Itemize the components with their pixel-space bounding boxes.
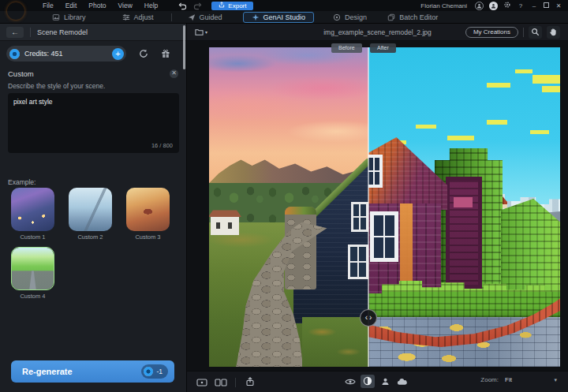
close-custom-icon[interactable]: ✕	[170, 69, 178, 78]
help-icon[interactable]: ?	[517, 2, 525, 9]
open-image-button[interactable]: ▾	[195, 25, 207, 39]
tab-design[interactable]: Design	[333, 13, 367, 21]
tab-design-label: Design	[345, 13, 367, 21]
credits-row: Credits: 451 +	[6, 46, 180, 62]
menu-view[interactable]: View	[118, 2, 133, 9]
tab-batch-editor[interactable]: Batch Editor	[387, 13, 438, 21]
split-circle-icon	[363, 375, 372, 389]
adjust-sliders-icon	[122, 13, 130, 21]
zoom-tool-button[interactable]	[529, 26, 542, 39]
redo-icon[interactable]	[193, 2, 202, 10]
regenerate-button[interactable]: Re-generate -1	[11, 360, 174, 383]
eye-icon	[345, 375, 356, 389]
example-label-1: Custom 1	[11, 233, 54, 241]
back-button[interactable]: ←	[6, 27, 24, 38]
preview-toggle-button[interactable]	[343, 375, 357, 388]
single-view-button[interactable]	[195, 375, 209, 389]
tab-guided[interactable]: Guided	[188, 13, 222, 21]
pixel-cloud	[530, 130, 549, 134]
library-icon	[52, 13, 60, 21]
example-thumbnail-2[interactable]	[69, 188, 112, 231]
example-custom-1[interactable]: Custom 1	[11, 188, 54, 241]
example-label-2: Custom 2	[69, 233, 112, 241]
before-window-lower	[348, 245, 368, 279]
menu-edit[interactable]: Edit	[65, 2, 77, 9]
refresh-button[interactable]	[139, 49, 148, 58]
credits-pill: Credits: 451 +	[6, 46, 126, 62]
split-handle[interactable]: ‹›	[360, 309, 377, 327]
guided-icon	[188, 13, 196, 21]
export-icon	[219, 2, 225, 9]
minimize-button[interactable]: –	[530, 2, 538, 9]
tab-genai-studio[interactable]: GenAI Studio	[243, 12, 315, 23]
share-button[interactable]	[243, 375, 257, 389]
example-custom-4[interactable]: Custom 4	[11, 247, 54, 300]
before-foreground-grass	[302, 317, 368, 367]
user-name[interactable]: Florian Chemani	[420, 2, 467, 9]
tab-genai-label: GenAI Studio	[263, 13, 306, 21]
tab-adjust-label: Adjust	[134, 13, 154, 21]
cloud-sync-button[interactable]	[395, 375, 409, 388]
credit-cost-value: -1	[156, 368, 163, 375]
panel-title: Scene Remodel	[37, 28, 88, 36]
undo-icon[interactable]	[178, 2, 187, 10]
portrait-mask-button[interactable]	[378, 375, 392, 388]
maximize-button[interactable]	[544, 2, 549, 9]
example-custom-3[interactable]: Custom 3	[126, 188, 170, 241]
pixel-cloud	[532, 75, 560, 84]
menu-photo[interactable]: Photo	[88, 2, 106, 9]
sidebar-scrollbar[interactable]	[183, 25, 185, 69]
before-tab[interactable]: Before	[331, 43, 362, 53]
side-by-side-view-button[interactable]	[214, 375, 228, 389]
after-bushes	[368, 281, 560, 317]
zoom-select[interactable]: Fit ▾	[505, 376, 557, 383]
settings-gear-icon[interactable]	[503, 1, 511, 10]
zoom-chevron-icon: ▾	[554, 377, 557, 383]
split-compare-button[interactable]	[361, 375, 375, 388]
prompt-input[interactable]: pixel art style	[13, 98, 174, 137]
person-icon	[381, 375, 390, 389]
example-thumbnail-1[interactable]	[11, 188, 54, 231]
before-white-cottage	[211, 216, 239, 235]
hand-tool-button[interactable]	[547, 26, 560, 39]
pixel-cloud	[487, 120, 507, 125]
credits-label: Credits: 451	[24, 50, 63, 58]
menu-bar: File Edit Photo View Help	[43, 2, 158, 9]
menu-help[interactable]: Help	[144, 2, 158, 9]
app-logo-icon[interactable]	[7, 2, 24, 20]
after-window-lower	[370, 211, 398, 262]
design-icon	[333, 13, 341, 21]
after-purple-door	[446, 177, 482, 289]
pixel-cloud	[542, 86, 560, 92]
menu-file[interactable]: File	[43, 2, 54, 9]
header-divider	[30, 28, 31, 37]
module-tab-bar: Library Adjust Guided GenAI Studio Desig…	[0, 11, 568, 24]
close-window-button[interactable]: ✕	[555, 2, 562, 9]
tab-adjust[interactable]: Adjust	[122, 13, 154, 21]
tab-library[interactable]: Library	[52, 13, 86, 21]
example-grid: Custom 1 Custom 2 Custom 3 Custom 4	[11, 188, 170, 300]
tab-batch-label: Batch Editor	[399, 13, 438, 21]
bottom-toolbar: Zoom: Fit ▾	[187, 371, 568, 392]
toolbar-divider	[235, 378, 236, 387]
folder-open-icon	[195, 25, 204, 39]
char-counter: 16 / 800	[151, 142, 173, 149]
my-creations-button[interactable]: My Creations	[465, 27, 518, 38]
example-thumbnail-4[interactable]	[11, 247, 54, 290]
example-custom-2[interactable]: Custom 2	[69, 188, 112, 241]
tab-guided-label: Guided	[200, 13, 222, 21]
add-credits-button[interactable]: +	[112, 48, 124, 60]
tab-divider	[171, 13, 172, 21]
before-sky	[209, 47, 368, 183]
regenerate-label: Re-generate	[22, 367, 73, 376]
account-circle-icon[interactable]	[489, 2, 498, 10]
user-avatar-icon[interactable]	[475, 2, 484, 10]
batch-editor-icon	[387, 13, 395, 21]
gift-button[interactable]	[161, 49, 170, 58]
before-window-upper	[351, 202, 368, 232]
export-button[interactable]: Export	[211, 2, 253, 10]
zoom-value: Fit	[505, 376, 512, 383]
example-thumbnail-3[interactable]	[126, 188, 170, 231]
main-area: ▾ img_example_scene_remodel_2.jpg My Cre…	[187, 24, 568, 392]
after-tab[interactable]: After	[370, 43, 396, 53]
